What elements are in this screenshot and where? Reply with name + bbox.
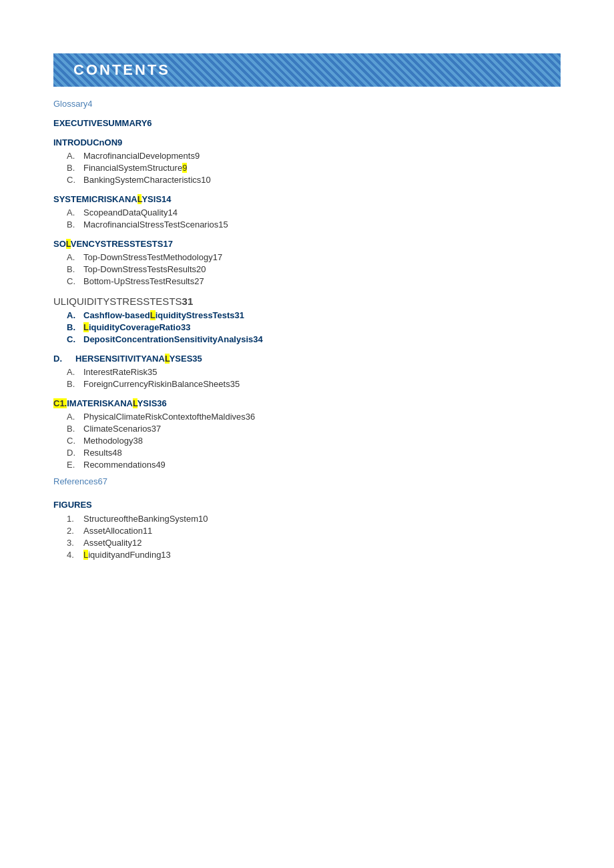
figure-1: 1. StructureoftheBankingSystem10 (67, 514, 561, 524)
solvency-sub-c-label: Bottom-UpStressTestResults27 (83, 276, 204, 286)
glossary-item: Glossary4 (53, 99, 561, 109)
figure-2-number: 2. (67, 526, 83, 536)
section-executive-summary: EXECUTIVESUMMARY6 (53, 118, 561, 128)
solvency-highlight: L (66, 239, 71, 249)
other-sub-a-label: InterestRateRisk35 (83, 367, 158, 377)
climate-sub-b-letter: B. (67, 424, 83, 434)
introduction-label: INTRODUCnON9 (53, 137, 122, 147)
climate-sub-d-letter: D. (67, 448, 83, 458)
climate-sub-d: D. Results48 (67, 448, 561, 458)
liquidity-sub-a-letter: A. (67, 310, 83, 320)
figures-heading: FIGURES (53, 500, 561, 510)
climate-sub-b-label: ClimateScenarios37 (83, 424, 161, 434)
climate-c1-highlight: C1. (53, 398, 67, 408)
liquidity-b-highlight: L (83, 322, 89, 332)
solvency-sub-b-label: Top-DownStressTestsResults20 (83, 264, 206, 274)
other-sub-b: B. ForeignCurrencyRiskinBalanceSheets35 (67, 379, 561, 389)
solvency-sub-a: A. Top-DownStressTestMethodology17 (67, 252, 561, 262)
climate-sub-c-letter: C. (67, 436, 83, 446)
climate-sub-c-label: Methodology38 (83, 436, 143, 446)
solvency-label: SOLVENCYSTRESSTESTS17 (53, 239, 173, 249)
climate-sub-a-label: PhysicalClimateRiskContextoftheMaldives3… (83, 412, 255, 422)
section-other-sensitivity: D. HERSENSITIVITYANALYSES35 (53, 354, 561, 364)
liquidity-a-highlight: L (150, 310, 156, 320)
section-solvency: SOLVENCYSTRESSTESTS17 (53, 239, 561, 249)
solvency-sub-b: B. Top-DownStressTestsResults20 (67, 264, 561, 274)
other-sub-b-letter: B. (67, 379, 83, 389)
other-sensitivity-highlight: L (165, 354, 170, 364)
figure-4: 4. LiquidityandFunding13 (67, 550, 561, 560)
systemic-risk-highlight: L (137, 194, 142, 204)
figure-3-number: 3. (67, 538, 83, 548)
climate-sub-e-label: Recommendations49 (83, 460, 166, 470)
climate-sub-b: B. ClimateScenarios37 (67, 424, 561, 434)
solvency-sub-c-letter: C. (67, 276, 83, 286)
figure-4-label: LiquidityandFunding13 (83, 550, 171, 560)
liquidity-sub-a-label: Cashflow-basedLiquidityStressTests31 (83, 310, 244, 320)
liquidity-sub-b-label: LiquidityCoverageRatio33 (83, 322, 190, 332)
references-label: References67 (53, 476, 107, 486)
figure-3-label: AssetQuality12 (83, 538, 141, 548)
intro-sub-a: A. MacrofinancialDevelopments9 (67, 151, 561, 161)
climate-sub-a-letter: A. (67, 412, 83, 422)
solvency-sub-a-letter: A. (67, 252, 83, 262)
figures-title: FIGURES (53, 500, 92, 510)
liquidity-sub-c: C. DepositConcentrationSensitivityAnalys… (67, 334, 561, 344)
intro-sub-a-letter: A. (67, 151, 83, 161)
other-sub-b-label: ForeignCurrencyRiskinBalanceSheets35 (83, 379, 240, 389)
section-climate-risk: C1.IMATERISKANALYSIS36 (53, 398, 561, 408)
solvency-sub-b-letter: B. (67, 264, 83, 274)
figure-4-highlight: L (83, 550, 88, 560)
systemic-sub-a-label: ScopeandDataQuality14 (83, 207, 178, 218)
section-introduction: INTRODUCnON9 (53, 137, 561, 147)
other-sub-a-letter: A. (67, 367, 83, 377)
climate-sub-a: A. PhysicalClimateRiskContextoftheMaldiv… (67, 412, 561, 422)
systemic-sub-a-letter: A. (67, 207, 83, 218)
intro-sub-b-label: FinancialSystemStructure9 (83, 163, 187, 173)
glossary-text: Glossary4 (53, 99, 93, 109)
climate-sub-e-letter: E. (67, 460, 83, 470)
intro-sub-c: C. BankingSystemCharacteristics10 (67, 175, 561, 185)
climate-l-highlight: L (133, 398, 137, 408)
solvency-sub-c: C. Bottom-UpStressTestResults27 (67, 276, 561, 286)
contents-header: CONTENTS (53, 53, 561, 87)
page-title: CONTENTS (73, 61, 541, 79)
section-systemic-risk: SYSTEMICRISKANALYSIS14 (53, 194, 561, 204)
liquidity-sub-c-label: DepositConcentrationSensitivityAnalysis3… (83, 334, 263, 344)
systemic-risk-label: SYSTEMICRISKANALYSIS14 (53, 194, 172, 204)
liquidity-prefix: U (53, 296, 61, 307)
other-sensitivity-label: HERSENSITIVITYANALYSES35 (75, 354, 202, 364)
references-item: References67 (53, 476, 561, 486)
climate-sub-e: E. Recommendations49 (67, 460, 561, 470)
figure-4-number: 4. (67, 550, 83, 560)
climate-risk-label: C1.IMATERISKANALYSIS36 (53, 398, 167, 408)
intro-sub-c-label: BankingSystemCharacteristics10 (83, 175, 211, 185)
intro-sub-b: B. FinancialSystemStructure9 (67, 163, 561, 173)
intro-sub-a-label: MacrofinancialDevelopments9 (83, 151, 200, 161)
other-sensitivity-d: D. (53, 354, 62, 364)
systemic-sub-a: A. ScopeandDataQuality14 (67, 207, 561, 218)
liquidity-label: LIQUIDITYSTRESSTESTS31 (61, 296, 193, 307)
liquidity-sub-b: B. LiquidityCoverageRatio33 (67, 322, 561, 332)
intro-sub-c-letter: C. (67, 175, 83, 185)
figure-2: 2. AssetAllocation11 (67, 526, 561, 536)
figure-3: 3. AssetQuality12 (67, 538, 561, 548)
climate-sub-c: C. Methodology38 (67, 436, 561, 446)
systemic-sub-b: B. MacrofinancialStressTestScenarios15 (67, 220, 561, 230)
systemic-sub-b-letter: B. (67, 220, 83, 230)
toc-container: Glossary4 EXECUTIVESUMMARY6 INTRODUCnON9… (53, 99, 561, 560)
climate-sub-d-label: Results48 (83, 448, 122, 458)
systemic-sub-b-label: MacrofinancialStressTestScenarios15 (83, 220, 228, 230)
intro-sub-b-letter: B. (67, 163, 83, 173)
liquidity-sub-c-letter: C. (67, 334, 83, 344)
figure-2-label: AssetAllocation11 (83, 526, 152, 536)
solvency-sub-a-label: Top-DownStressTestMethodology17 (83, 252, 222, 262)
figure-1-number: 1. (67, 514, 83, 524)
liquidity-sub-a: A. Cashflow-basedLiquidityStressTests31 (67, 310, 561, 320)
liquidity-sub-b-letter: B. (67, 322, 83, 332)
figure-1-label: StructureoftheBankingSystem10 (83, 514, 208, 524)
intro-b-highlight: 9 (182, 163, 187, 173)
other-sub-a: A. InterestRateRisk35 (67, 367, 561, 377)
executive-summary-label: EXECUTIVESUMMARY6 (53, 118, 152, 128)
section-liquidity: ULIQUIDITYSTRESSTESTS31 (53, 296, 561, 307)
